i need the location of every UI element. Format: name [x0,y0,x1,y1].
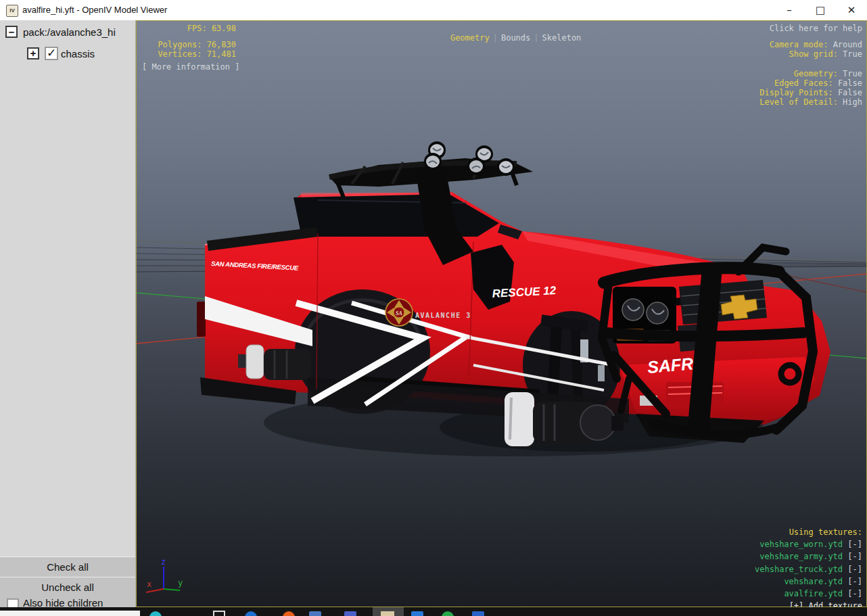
vertices-value: 71,481 [207,49,236,59]
texture-name: vehshare_army.ytd [759,552,843,561]
texture-name: vehshare.ytd [784,577,843,586]
tab-geometry[interactable]: Geometry [450,33,490,43]
view-mode-tabs: Geometry|Bounds|Skeleton [431,24,581,52]
texture-name: avalfire.ytd [784,589,843,598]
setting-value: False [838,78,862,88]
texture-name: vehshare_truck.ytd [755,565,843,574]
texture-row: vehshare_worn.ytd [-] [759,540,862,549]
taskbar-teal-app-icon[interactable] [149,611,162,616]
tab-separator: | [490,33,501,43]
setting-geometry[interactable]: Geometry: True [794,69,862,78]
taskbar-firefox-icon[interactable] [283,611,295,616]
fire-truck-model: SA SAN ANDREAS FIRE/RESCUE RESCUE 12 AVA… [197,141,830,446]
texture-row: vehshare_truck.ytd [-] [755,565,862,574]
tab-skeleton[interactable]: Skeleton [542,33,582,43]
maximize-button[interactable]: □ [805,0,836,20]
caliper-shading [510,398,511,440]
polygons-value: 76,830 [207,40,236,49]
tree-item-chassis[interactable]: chassis [61,48,95,60]
texture-remove-button[interactable]: [-] [847,565,862,574]
more-information-link[interactable]: [ More information ] [142,62,240,72]
tab-separator: | [530,33,542,43]
texture-remove-button[interactable]: [-] [847,540,862,549]
minimize-button[interactable]: – [774,0,805,20]
close-button[interactable]: ✕ [836,0,867,20]
bumper-decal-text: SAFR [647,354,694,377]
taskbar-purple-app-icon[interactable] [344,611,356,616]
emblem-monogram: SA [396,310,402,316]
setting-value: True [843,49,862,59]
front-spring [598,365,605,381]
texture-remove-button[interactable]: [-] [847,589,862,598]
windows-taskbar[interactable] [0,607,867,616]
setting-value: False [838,88,862,97]
check-icon: ✓ [47,46,56,60]
also-hide-children-label: Also hide children [23,597,103,607]
tree-expand-icon[interactable]: + [27,47,39,60]
also-hide-children-checkbox[interactable] [7,598,19,607]
window-title: avalfire_hi.yft - OpenIV Model Viewer [22,5,167,15]
model-tree-sidebar: − pack:/avalanche3_hi + ✓ chassis Check … [0,20,136,607]
fps-value: 63.98 [212,24,236,33]
openiv-icon [381,611,394,616]
taskbar-blue-app-icon[interactable] [472,611,484,616]
chassis-checkbox[interactable]: ✓ [45,47,58,60]
texture-row: vehshare_army.ytd [-] [759,552,862,561]
taskbar-green-app-icon[interactable] [442,611,454,616]
texture-name: vehshare_worn.ytd [759,540,843,549]
headlight-lamp [647,302,668,324]
taskbar-search-box[interactable] [0,611,140,616]
uncheck-all-button[interactable]: Uncheck all [0,577,135,597]
truck-3d-model[interactable]: SA SAN ANDREAS FIRE/RESCUE RESCUE 12 AVA… [137,21,866,607]
taskbar-window-outline-icon[interactable] [213,611,225,616]
taskbar-blue-window-app-icon[interactable] [411,611,423,616]
setting-value: Around [833,40,862,49]
setting-value: High [843,97,862,107]
setting-display-points[interactable]: Display Points: False [759,88,862,97]
texture-remove-button[interactable]: [-] [847,577,862,586]
window-titlebar[interactable]: IV avalfire_hi.yft - OpenIV Model Viewer… [0,0,867,20]
drum-end-cap [580,405,615,440]
help-link[interactable]: Click here for help [770,24,862,33]
model-viewport[interactable]: SA SAN ANDREAS FIRE/RESCUE RESCUE 12 AVA… [136,20,867,607]
door-badge-text: AVALANCHE 3 [415,312,471,319]
texture-row: avalfire.ytd [-] [784,589,862,598]
setting-value: True [843,69,862,78]
setting-level-of-detail[interactable]: Level of Detail: High [759,97,862,107]
tree-collapse-icon[interactable]: − [5,26,18,38]
setting-edged-faces[interactable]: Edged Faces: False [774,78,862,88]
texture-remove-button[interactable]: [-] [847,552,862,561]
taskbar-active-openiv-icon[interactable] [373,607,404,616]
polygons-counter: Polygons: 76,830 [139,40,236,49]
setting-camera-mode[interactable]: Camera mode: Around [770,40,862,49]
textures-title: Using textures: [789,527,862,537]
setting-show-grid[interactable]: Show grid: True [789,49,862,59]
tab-bounds[interactable]: Bounds [501,33,530,43]
axis-y-label: y [178,578,183,588]
taillight [197,302,206,337]
taskbar-blue-dot-app-icon[interactable] [245,611,257,616]
axis-z-label: z [161,557,166,567]
fps-counter: FPS: 63.98 [139,24,236,33]
also-hide-children-row[interactable]: Also hide children [0,597,135,607]
taskbar-folder-icon[interactable] [309,611,321,616]
check-all-button[interactable]: Check all [0,556,135,577]
openiv-app-icon: IV [6,5,18,17]
axis-x-label: x [147,579,151,589]
tree-root-label[interactable]: pack:/avalanche3_hi [23,26,116,38]
vertices-counter: Vertices: 71,481 [139,49,236,59]
axis-gizmo: z x y [146,557,183,592]
fire-dept-emblem: SA [385,299,413,326]
rear-brake-caliper [246,345,264,379]
texture-row: vehshare.ytd [-] [784,577,862,586]
axle-stub [611,416,624,431]
headlight-lamp [622,299,644,321]
